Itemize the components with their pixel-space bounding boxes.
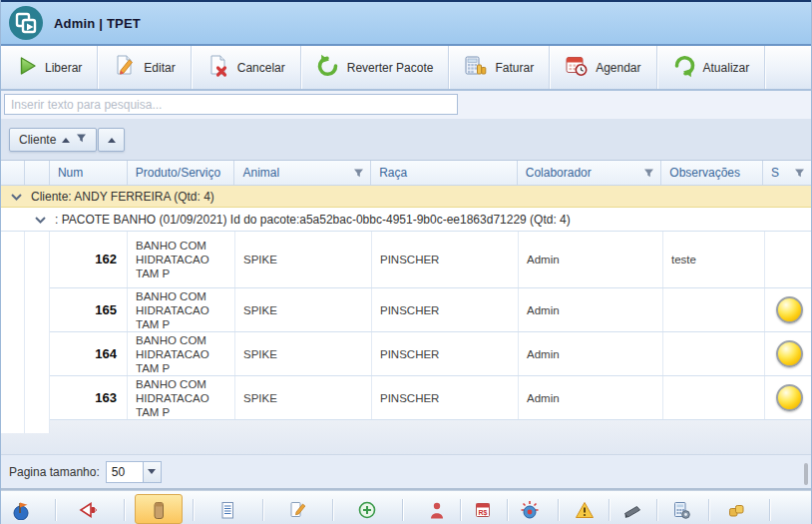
cell-status xyxy=(765,232,812,287)
refresh-icon xyxy=(672,54,696,81)
table-row[interactable]: 162 BANHO COM HIDRATACAO TAM P SPIKE PIN… xyxy=(50,232,812,288)
cell-observacoes xyxy=(663,376,765,419)
invoice-calculator-icon xyxy=(464,54,488,81)
cell-observacoes: teste xyxy=(663,232,765,287)
expand-column-header xyxy=(1,161,25,185)
grid-rows: 162 BANHO COM HIDRATACAO TAM P SPIKE PIN… xyxy=(50,232,812,420)
toolbar-separator xyxy=(193,499,194,521)
cell-produto: BANHO COM HIDRATACAO TAM P xyxy=(128,288,235,331)
table-row[interactable]: 165 BANHO COM HIDRATACAO TAM P SPIKE PIN… xyxy=(50,288,812,332)
page-size-select[interactable]: 50 xyxy=(106,461,162,483)
cell-animal: SPIKE xyxy=(235,288,372,331)
scrollbar-thumb[interactable] xyxy=(804,463,808,485)
status-ball-icon[interactable] xyxy=(776,384,803,411)
column-header-s[interactable]: S xyxy=(763,161,811,185)
indent-cell xyxy=(1,232,25,433)
chevron-down-icon xyxy=(148,469,156,474)
journal-icon[interactable] xyxy=(149,500,169,520)
status-ball-icon[interactable] xyxy=(776,296,803,323)
report-icon[interactable] xyxy=(217,500,237,520)
main-toolbar: Liberar Editar Ca xyxy=(1,46,811,91)
editar-label: Editar xyxy=(144,61,175,75)
calculator-settings-icon[interactable] xyxy=(671,500,691,520)
toolbar-separator xyxy=(558,499,559,521)
filter-icon[interactable] xyxy=(794,168,805,182)
page-size-value: 50 xyxy=(107,462,143,482)
collapse-chevron-icon[interactable] xyxy=(35,213,46,227)
group-indent-strip xyxy=(1,232,50,433)
calendar-currency-icon[interactable]: R$ xyxy=(473,500,493,520)
cancelar-button[interactable]: Cancelar xyxy=(192,46,300,89)
group-chip-cliente[interactable]: Cliente xyxy=(9,128,97,152)
cell-animal: SPIKE xyxy=(235,232,372,287)
edit-icon xyxy=(113,54,137,81)
sort-asc-icon xyxy=(108,138,116,143)
column-header-produto[interactable]: Produto/Serviço xyxy=(128,161,235,185)
warning-icon[interactable] xyxy=(575,500,595,520)
person-icon[interactable] xyxy=(427,500,447,520)
indent-column-header xyxy=(25,161,50,185)
search-row xyxy=(1,91,811,119)
toolbar-separator xyxy=(55,499,56,521)
liberar-button[interactable]: Liberar xyxy=(1,46,97,89)
column-header-colaborador[interactable]: Colaborador xyxy=(518,161,662,185)
toolbar-separator xyxy=(460,499,461,521)
cell-colaborador: Admin xyxy=(519,332,663,375)
cell-animal: SPIKE xyxy=(235,332,372,375)
toolbar-separator xyxy=(609,499,609,521)
title-bar: Admin | TPET xyxy=(1,0,811,46)
page-size-dropdown-button[interactable] xyxy=(143,462,161,482)
cell-status xyxy=(765,288,812,331)
collapse-chevron-icon[interactable] xyxy=(11,190,22,204)
search-input[interactable] xyxy=(4,94,458,115)
bottom-toolbar: R$ xyxy=(1,490,811,524)
filter-icon[interactable] xyxy=(76,133,87,147)
status-ball-icon[interactable] xyxy=(776,340,803,367)
column-header-num[interactable]: Num xyxy=(50,161,128,185)
reverter-pacote-button[interactable]: Reverter Pacote xyxy=(301,46,449,89)
add-icon[interactable] xyxy=(357,500,377,520)
cell-status xyxy=(765,332,812,375)
toolbar-separator xyxy=(764,46,765,89)
column-header-animal[interactable]: Animal xyxy=(234,161,371,185)
table-row[interactable]: 164 BANHO COM HIDRATACAO TAM P SPIKE PIN… xyxy=(50,332,812,376)
cancel-icon xyxy=(206,54,230,81)
group-chip-label: Cliente xyxy=(19,133,56,147)
coins-icon[interactable] xyxy=(726,500,746,520)
filter-icon[interactable] xyxy=(643,168,654,182)
cell-raca: PINSCHER xyxy=(372,288,519,331)
group-row-cliente[interactable]: Cliente: ANDY FERREIRA (Qtd: 4) xyxy=(1,186,811,208)
stapler-icon[interactable] xyxy=(622,500,642,520)
editar-button[interactable]: Editar xyxy=(98,46,190,89)
edit-document-icon[interactable] xyxy=(287,500,307,520)
cell-observacoes xyxy=(663,288,765,331)
cell-produto: BANHO COM HIDRATACAO TAM P xyxy=(128,376,235,419)
table-row[interactable]: 163 BANHO COM HIDRATACAO TAM P SPIKE PIN… xyxy=(50,376,812,420)
cell-animal: SPIKE xyxy=(235,376,372,419)
group-row-pacote[interactable]: : PACOTE BANHO (01/09/2021) Id do pacote… xyxy=(1,208,811,232)
cell-num: 164 xyxy=(50,332,128,375)
toolbar-separator xyxy=(332,499,333,521)
cell-colaborador: Admin xyxy=(519,232,663,287)
group-row-cliente-label: Cliente: ANDY FERREIRA (Qtd: 4) xyxy=(31,190,214,204)
megaphone-icon[interactable] xyxy=(79,500,99,520)
agendar-button[interactable]: Agendar xyxy=(550,46,655,89)
filter-icon[interactable] xyxy=(353,168,364,182)
group-chip-secondary[interactable] xyxy=(98,128,125,152)
atualizar-button[interactable]: Atualizar xyxy=(657,46,765,89)
column-header-raca[interactable]: Raça xyxy=(371,161,518,185)
cell-observacoes xyxy=(663,332,765,375)
toolbar-separator xyxy=(656,499,657,521)
indent-cell xyxy=(25,232,50,433)
flag-globe-icon[interactable] xyxy=(11,500,31,520)
alarm-icon[interactable] xyxy=(520,500,540,520)
group-by-bar: Cliente xyxy=(1,119,811,161)
cell-colaborador: Admin xyxy=(519,288,663,331)
cell-produto: BANHO COM HIDRATACAO TAM P xyxy=(128,332,235,375)
column-header-observacoes[interactable]: Observações xyxy=(661,161,763,185)
toolbar-separator xyxy=(769,499,770,521)
faturar-button[interactable]: Faturar xyxy=(449,46,549,89)
cell-raca: PINSCHER xyxy=(372,232,519,287)
cell-num: 165 xyxy=(50,288,128,331)
toolbar-separator xyxy=(507,499,508,521)
